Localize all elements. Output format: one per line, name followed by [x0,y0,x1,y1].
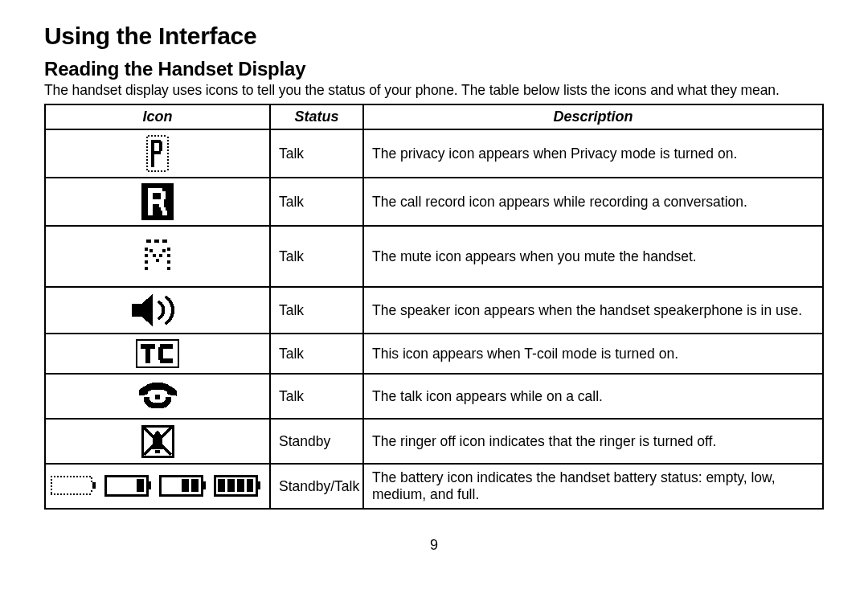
svg-rect-44 [161,207,166,211]
intro-text: The handset display uses icons to tell y… [44,82,824,99]
svg-rect-102 [51,482,52,484]
table-row: Standby/Talk The battery icon indicates … [45,464,823,509]
status-cell: Talk [270,287,363,334]
svg-rect-116 [191,479,199,492]
svg-rect-37 [151,151,161,154]
svg-rect-93 [67,493,68,495]
svg-rect-8 [154,170,156,172]
svg-rect-23 [167,137,169,138]
svg-rect-59 [156,259,159,262]
svg-rect-56 [167,267,170,270]
status-cell: Standby [270,419,363,464]
svg-rect-112 [137,479,144,492]
svg-rect-106 [91,477,92,479]
svg-rect-101 [51,479,52,481]
svg-rect-0 [148,135,149,137]
svg-rect-2 [154,135,156,137]
svg-rect-11 [164,170,166,172]
svg-rect-86 [86,476,88,477]
svg-rect-30 [167,159,169,161]
svg-rect-42 [148,199,164,204]
svg-rect-48 [162,239,167,243]
desc-cell: This icon appears when T-coil mode is tu… [363,334,823,374]
svg-rect-55 [167,260,170,264]
svg-rect-84 [80,476,81,477]
svg-rect-119 [218,479,225,492]
svg-rect-82 [73,476,75,477]
svg-rect-3 [158,135,159,137]
svg-rect-31 [167,162,169,164]
svg-rect-79 [63,476,65,477]
svg-rect-12 [146,137,148,138]
table-row: Talk The speaker icon appears when the h… [45,287,823,334]
svg-rect-52 [145,267,148,270]
svg-rect-32 [167,166,169,167]
svg-rect-103 [51,485,52,487]
svg-rect-68 [158,347,163,360]
desc-cell: The ringer off icon indicates that the r… [363,419,823,464]
talk-icon [134,379,181,413]
svg-rect-47 [154,239,159,243]
svg-rect-36 [159,141,162,151]
svg-rect-14 [146,143,148,145]
desc-cell: The call record icon appears while recor… [363,178,823,226]
svg-rect-90 [57,493,59,495]
table-row: Talk The talk icon appears while on a ca… [45,374,823,419]
svg-rect-75 [51,476,52,477]
svg-rect-6 [148,170,149,172]
svg-rect-58 [153,254,156,257]
svg-rect-108 [91,490,92,492]
speaker-icon [130,293,185,328]
svg-rect-94 [70,493,72,495]
table-row: Talk The privacy icon appears when Priva… [45,129,823,178]
ringer-off-icon [141,424,174,458]
svg-rect-91 [60,493,62,495]
desc-cell: The battery icon indicates the handset b… [363,464,823,509]
privacy-icon [146,135,169,172]
svg-rect-115 [182,479,189,492]
desc-cell: The privacy icon appears when Privacy mo… [363,129,823,178]
svg-rect-15 [146,146,148,148]
svg-rect-19 [146,159,148,161]
heading-reading-display: Reading the Handset Display [44,58,824,80]
svg-rect-62 [132,304,141,317]
svg-rect-87 [89,476,91,477]
battery-icon [49,473,266,500]
svg-rect-98 [83,493,84,495]
svg-rect-28 [167,153,169,154]
svg-rect-60 [162,249,166,252]
svg-rect-9 [158,170,159,172]
status-cell: Standby/Talk [270,464,363,509]
tcoil-icon [136,339,179,368]
svg-rect-120 [227,479,235,492]
svg-rect-20 [146,162,148,164]
svg-marker-63 [141,294,153,326]
svg-rect-69 [160,358,173,363]
heading-using-interface: Using the Interface [44,23,824,50]
svg-rect-18 [146,156,148,158]
svg-rect-121 [237,479,244,492]
svg-rect-114 [202,481,206,489]
svg-rect-81 [70,476,72,477]
svg-rect-46 [146,239,151,243]
svg-rect-51 [145,260,148,264]
header-icon: Icon [45,104,270,129]
mute-icon [145,239,170,273]
svg-rect-16 [146,149,148,151]
svg-rect-17 [146,153,148,154]
svg-rect-26 [167,146,169,148]
svg-rect-107 [91,481,92,482]
svg-rect-96 [76,493,78,495]
svg-rect-61 [159,254,162,257]
svg-rect-13 [146,140,148,141]
svg-rect-77 [57,476,59,477]
svg-rect-22 [146,169,148,170]
svg-rect-50 [145,254,148,257]
svg-rect-33 [167,169,169,170]
svg-rect-21 [146,166,148,167]
svg-rect-92 [63,493,65,495]
desc-cell: The speaker icon appears when the handse… [363,287,823,334]
svg-rect-53 [167,248,170,251]
svg-rect-99 [86,493,88,495]
svg-point-70 [155,395,160,399]
